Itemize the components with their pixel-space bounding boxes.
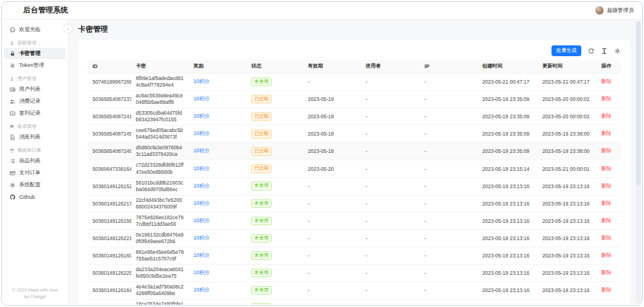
delete-button[interactable]: 删除 [602,217,612,223]
cell-validity: - [303,229,361,247]
reward-link[interactable]: 10积分 [193,235,209,241]
cell-reward: 10积分 [189,143,246,160]
cell-updated-time: 2023-05-19 23:13:16 [538,247,597,264]
reward-link[interactable]: 10积分 [193,78,209,84]
cell-id: 50365654087249920 [88,143,131,160]
sidebar-item-14[interactable]: Github [4,191,66,202]
reward-link[interactable]: 10积分 [193,113,209,119]
cell-user: - [361,195,420,212]
table-row: 5036014912623001618ca7634e7480fbfa1db406… [88,299,621,305]
cell-updated-time: 2023-05-20 00:00:02 [538,108,597,125]
delete-button[interactable]: 删除 [602,200,612,206]
cell-status: 未使用 [246,265,303,282]
delete-button[interactable]: 删除 [602,183,612,189]
batch-generate-button[interactable]: 批量生成 [551,45,581,56]
cell-status: 已过期 [246,160,303,177]
reward-link[interactable]: 10积分 [193,269,209,275]
reward-link[interactable]: 10积分 [193,148,209,154]
cell-validity: - [303,299,361,305]
status-badge: 未使用 [251,286,272,294]
cell-key: 8fb9e1af5adedacd914c8a4f778294e4 [131,73,189,91]
cell-updated-time: 2023-05-19 23:38:00 [538,125,597,143]
delete-button[interactable]: 删除 [602,235,612,241]
sidebar-item-0[interactable]: 欢迎光临 [4,24,66,35]
table-row: 5036014912615219256101bcdd8b21603cba084d… [88,177,621,195]
cell-reward: 10积分 [189,212,246,229]
cell-id: 50360149126156288 [88,212,131,229]
cell-ip: - [420,91,477,108]
sidebar-item-2[interactable]: 卡密管理 [4,48,66,59]
delete-button[interactable]: 删除 [602,78,612,84]
user-menu[interactable]: 超级管理员 [595,6,634,15]
delete-button[interactable]: 删除 [602,287,612,293]
reward-link[interactable]: 10积分 [193,183,209,189]
cell-reward: 10积分 [189,229,246,247]
delete-button[interactable]: 删除 [602,148,612,154]
sidebar-item-13[interactable]: 系统配置 [4,179,66,191]
delete-button[interactable]: 删除 [602,252,612,258]
reward-link[interactable]: 10积分 [193,200,209,206]
setting-icon[interactable] [614,48,621,54]
cell-updated-time: 2023-05-19 23:13:16 [538,177,597,195]
cell-ip: - [420,282,477,299]
sidebar-item-7[interactable]: 签到记录 [4,108,66,119]
avatar[interactable] [595,6,604,15]
column-header-3: 状态 [246,60,303,73]
delete-button[interactable]: 删除 [602,130,612,136]
cell-validity: - [303,247,361,264]
cell-created-time: 2023-05-19 23:13:16 [477,212,538,229]
column-header-9: 操作 [597,60,621,73]
cell-created-time: 2023-05-19 23:35:09 [477,125,538,143]
table-row: 503601491261644804e4e3a1ad790a08c24288ff… [88,282,621,299]
cell-user: - [361,212,420,229]
reward-link[interactable]: 10积分 [193,304,209,305]
cell-action: 删除 [597,91,621,108]
delete-button[interactable]: 删除 [602,165,612,171]
sidebar-item-5[interactable]: 用户列表 [4,84,66,95]
cell-key: da233a204eaca6041fe850c9d5e2ea75 [131,265,189,282]
sidebar-item-3[interactable]: Token管理 [4,60,66,71]
app-window: 后台管理系统 超级管理员 欢迎光临基础管理卡密管理Token管理用户管理用户列表… [1,1,643,306]
status-badge: 未使用 [251,234,272,242]
cell-user: - [361,143,420,160]
cell-created-time: 2023-05-19 23:13:16 [477,229,538,247]
delete-button[interactable]: 删除 [602,304,612,305]
sidebar-item-6[interactable]: 消费记录 [4,96,66,107]
cell-created-time: 2023-05-19 23:15:14 [477,160,538,177]
sidebar-footer: © 2023 Made with love by Chatgpt [2,287,68,300]
column-header-7: 创建时间 [477,60,538,73]
reward-link[interactable]: 10积分 [193,287,209,293]
table-row: 50360647338164224c72d23328dfd6f812ff47ee… [88,160,621,177]
list-icon [10,158,16,164]
reward-link[interactable]: 10积分 [193,217,209,223]
cell-ip: - [420,212,477,229]
cell-reward: 10积分 [189,73,246,91]
delete-button[interactable]: 删除 [602,269,612,275]
cell-user: - [361,125,420,143]
sidebar-item-11[interactable]: 商品列表 [4,155,66,167]
cell-status: 未使用 [246,247,303,264]
user-name: 超级管理员 [607,7,634,14]
cell-key: c72d23328dfd6f812ff47ee50e8b560b [131,160,189,177]
reward-link[interactable]: 10积分 [193,252,209,258]
reward-link[interactable]: 10积分 [193,96,209,102]
cell-action: 删除 [597,265,621,282]
delete-button[interactable]: 删除 [602,113,612,119]
reward-link[interactable]: 10积分 [193,130,209,136]
sidebar-group-10: 商品和订单 [2,146,68,155]
status-badge: 未使用 [251,251,272,260]
reward-link[interactable]: 10积分 [193,165,209,171]
scrollbar-thumb[interactable] [636,22,640,185]
cell-updated-time: 2023-05-19 23:38:00 [538,143,597,160]
sidebar-item-12[interactable]: 支付订单 [4,167,66,179]
column-height-icon[interactable] [601,48,608,54]
cell-status: 未使用 [246,212,303,229]
footer-copyright: © 2023 Made with love [2,287,68,294]
cell-status: 已过期 [246,91,303,108]
app-header: 后台管理系统 超级管理员 [2,2,642,20]
sidebar-collapse-icon[interactable]: ‹ [64,24,72,33]
reload-icon[interactable] [588,48,594,54]
vertical-scrollbar[interactable] [636,21,641,303]
sidebar-item-9[interactable]: 消息列表 [4,131,66,143]
delete-button[interactable]: 删除 [602,96,612,102]
